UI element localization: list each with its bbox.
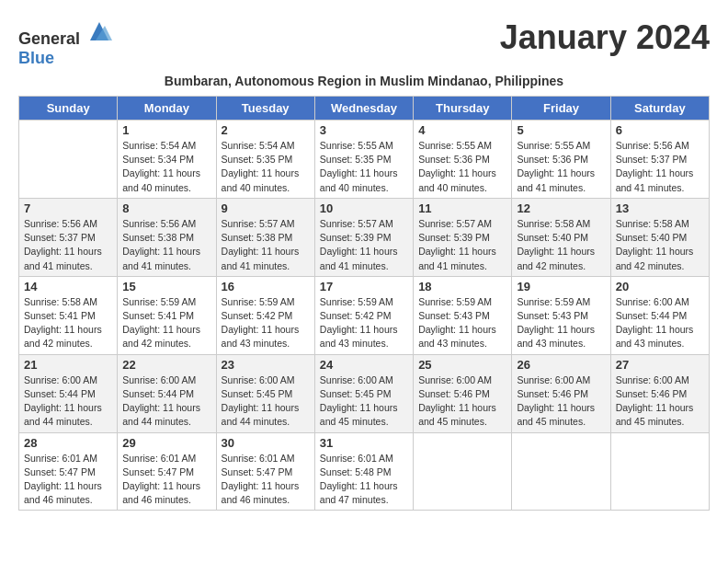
daylight-text: Daylight: 11 hours and 44 minutes. (222, 402, 300, 427)
month-title: January 2024 (500, 18, 710, 57)
calendar-day-cell: 1Sunrise: 5:54 AMSunset: 5:34 PMDaylight… (118, 121, 216, 199)
daylight-text: Daylight: 11 hours and 41 minutes. (616, 167, 694, 192)
sunset-text: Sunset: 5:45 PM (222, 388, 293, 399)
daylight-text: Daylight: 11 hours and 46 minutes. (122, 480, 200, 505)
sunset-text: Sunset: 5:42 PM (320, 310, 392, 321)
calendar-day-cell: 9Sunrise: 5:57 AMSunset: 5:38 PMDaylight… (216, 198, 314, 276)
day-number: 29 (122, 436, 210, 450)
day-info: Sunrise: 5:58 AMSunset: 5:40 PMDaylight:… (616, 217, 704, 273)
sunrise-text: Sunrise: 5:54 AM (122, 140, 196, 151)
sunrise-text: Sunrise: 5:57 AM (222, 218, 295, 229)
day-info: Sunrise: 5:59 AMSunset: 5:42 PMDaylight:… (222, 295, 310, 351)
sunrise-text: Sunrise: 5:58 AM (517, 218, 590, 229)
calendar-day-cell: 18Sunrise: 5:59 AMSunset: 5:43 PMDayligh… (414, 276, 512, 354)
day-number: 18 (418, 280, 506, 293)
sunset-text: Sunset: 5:47 PM (122, 466, 194, 477)
sunset-text: Sunset: 5:39 PM (320, 232, 392, 243)
daylight-text: Daylight: 11 hours and 42 minutes. (517, 246, 595, 270)
day-number: 21 (24, 358, 112, 372)
sunset-text: Sunset: 5:36 PM (418, 154, 490, 165)
calendar-day-cell: 28Sunrise: 6:01 AMSunset: 5:47 PMDayligh… (19, 432, 118, 511)
sunrise-text: Sunrise: 5:57 AM (320, 218, 393, 229)
sunset-text: Sunset: 5:43 PM (418, 310, 490, 321)
daylight-text: Daylight: 11 hours and 41 minutes. (320, 246, 398, 270)
daylight-text: Daylight: 11 hours and 46 minutes. (24, 480, 102, 505)
sunrise-text: Sunrise: 5:59 AM (222, 296, 295, 307)
calendar-day-cell (19, 121, 118, 199)
day-of-week-header: Friday (512, 97, 610, 121)
day-info: Sunrise: 6:00 AMSunset: 5:46 PMDaylight:… (517, 373, 605, 430)
logo-blue: Blue (18, 49, 54, 67)
daylight-text: Daylight: 11 hours and 44 minutes. (24, 402, 102, 427)
daylight-text: Daylight: 11 hours and 40 minutes. (418, 167, 496, 192)
day-number: 5 (517, 123, 605, 137)
day-of-week-header: Wednesday (314, 97, 413, 121)
calendar-day-cell: 14Sunrise: 5:58 AMSunset: 5:41 PMDayligh… (19, 276, 118, 354)
sunrise-text: Sunrise: 5:57 AM (418, 218, 492, 229)
sunset-text: Sunset: 5:35 PM (222, 154, 293, 165)
sunrise-text: Sunrise: 6:01 AM (222, 453, 295, 464)
calendar-week-row: 14Sunrise: 5:58 AMSunset: 5:41 PMDayligh… (19, 276, 710, 354)
sunrise-text: Sunrise: 5:55 AM (418, 140, 492, 151)
daylight-text: Daylight: 11 hours and 41 minutes. (517, 167, 595, 192)
sunrise-text: Sunrise: 5:59 AM (418, 296, 492, 307)
calendar-day-cell (610, 432, 709, 511)
calendar-week-row: 28Sunrise: 6:01 AMSunset: 5:47 PMDayligh… (19, 432, 710, 511)
calendar-day-cell: 3Sunrise: 5:55 AMSunset: 5:35 PMDaylight… (314, 121, 413, 199)
daylight-text: Daylight: 11 hours and 44 minutes. (122, 402, 200, 427)
calendar-day-cell: 6Sunrise: 5:56 AMSunset: 5:37 PMDaylight… (610, 121, 709, 199)
day-info: Sunrise: 6:01 AMSunset: 5:47 PMDaylight:… (122, 452, 210, 508)
sunset-text: Sunset: 5:47 PM (24, 466, 96, 477)
day-of-week-header: Monday (118, 97, 216, 121)
day-number: 17 (320, 280, 408, 293)
day-info: Sunrise: 5:59 AMSunset: 5:43 PMDaylight:… (418, 295, 506, 351)
calendar-day-cell: 20Sunrise: 6:00 AMSunset: 5:44 PMDayligh… (610, 276, 709, 354)
daylight-text: Daylight: 11 hours and 41 minutes. (24, 246, 102, 270)
daylight-text: Daylight: 11 hours and 40 minutes. (320, 167, 398, 192)
sunset-text: Sunset: 5:46 PM (418, 388, 490, 399)
sunset-text: Sunset: 5:44 PM (616, 310, 688, 321)
day-number: 31 (320, 436, 408, 450)
sunset-text: Sunset: 5:46 PM (616, 388, 688, 399)
sunrise-text: Sunrise: 5:54 AM (222, 140, 295, 151)
sunrise-text: Sunrise: 5:58 AM (616, 218, 689, 229)
sunset-text: Sunset: 5:37 PM (24, 232, 96, 243)
sunset-text: Sunset: 5:40 PM (616, 232, 688, 243)
sunset-text: Sunset: 5:38 PM (122, 232, 194, 243)
subtitle: Bumbaran, Autonomous Region in Muslim Mi… (18, 74, 710, 88)
day-number: 9 (222, 201, 310, 215)
day-info: Sunrise: 5:57 AMSunset: 5:38 PMDaylight:… (222, 217, 310, 273)
calendar-day-cell: 4Sunrise: 5:55 AMSunset: 5:36 PMDaylight… (414, 121, 512, 199)
day-info: Sunrise: 5:59 AMSunset: 5:41 PMDaylight:… (122, 295, 210, 351)
day-number: 26 (517, 358, 605, 372)
day-of-week-header: Sunday (19, 97, 118, 121)
day-info: Sunrise: 6:00 AMSunset: 5:44 PMDaylight:… (616, 295, 704, 351)
sunrise-text: Sunrise: 5:59 AM (320, 296, 393, 307)
day-number: 4 (418, 123, 506, 137)
day-info: Sunrise: 5:55 AMSunset: 5:35 PMDaylight:… (320, 139, 408, 195)
day-number: 2 (222, 123, 310, 137)
calendar-day-cell: 10Sunrise: 5:57 AMSunset: 5:39 PMDayligh… (314, 198, 413, 276)
daylight-text: Daylight: 11 hours and 47 minutes. (320, 480, 398, 505)
day-number: 16 (222, 280, 310, 293)
sunrise-text: Sunrise: 6:01 AM (122, 453, 196, 464)
calendar-day-cell: 7Sunrise: 5:56 AMSunset: 5:37 PMDaylight… (19, 198, 118, 276)
calendar-day-cell (414, 432, 512, 511)
sunrise-text: Sunrise: 5:55 AM (320, 140, 393, 151)
day-number: 20 (616, 280, 704, 293)
day-number: 27 (616, 358, 704, 372)
calendar-week-row: 7Sunrise: 5:56 AMSunset: 5:37 PMDaylight… (19, 198, 710, 276)
calendar-day-cell: 30Sunrise: 6:01 AMSunset: 5:47 PMDayligh… (216, 432, 314, 511)
sunset-text: Sunset: 5:35 PM (320, 154, 392, 165)
daylight-text: Daylight: 11 hours and 45 minutes. (517, 402, 595, 427)
day-number: 7 (24, 201, 112, 215)
sunrise-text: Sunrise: 5:56 AM (122, 218, 196, 229)
calendar-day-cell: 2Sunrise: 5:54 AMSunset: 5:35 PMDaylight… (216, 121, 314, 199)
day-info: Sunrise: 5:59 AMSunset: 5:42 PMDaylight:… (320, 295, 408, 351)
calendar-day-cell: 19Sunrise: 5:59 AMSunset: 5:43 PMDayligh… (512, 276, 610, 354)
sunset-text: Sunset: 5:44 PM (24, 388, 96, 399)
day-of-week-header: Saturday (610, 97, 709, 121)
day-number: 15 (122, 280, 210, 293)
sunset-text: Sunset: 5:45 PM (320, 388, 392, 399)
day-number: 3 (320, 123, 408, 137)
